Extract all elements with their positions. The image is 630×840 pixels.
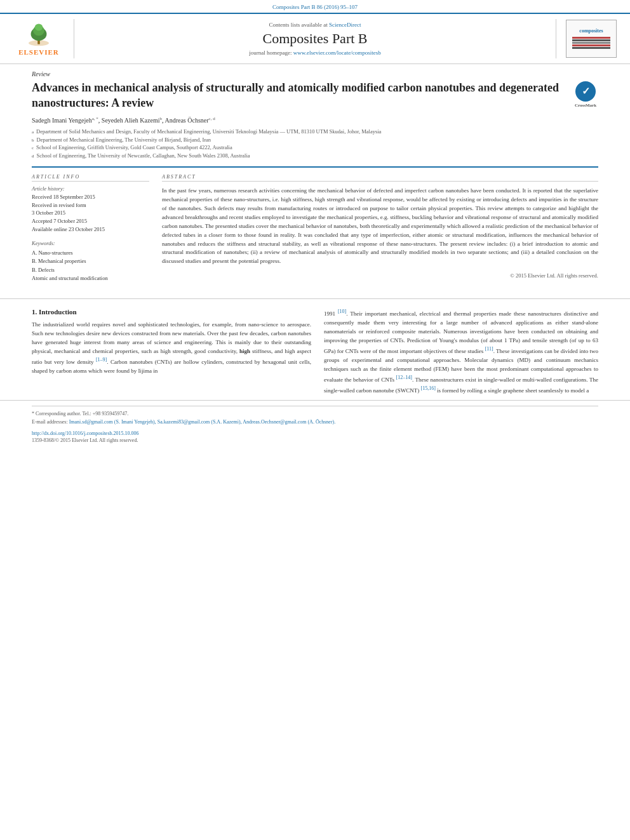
- affiliations: a Department of Solid Mechanics and Desi…: [32, 128, 598, 160]
- keyword-3: B. Defects: [32, 266, 149, 275]
- article-type: Review: [32, 70, 598, 77]
- article-info-panel: ARTICLE INFO Article history: Received 1…: [32, 174, 149, 283]
- introduction-left: 1. Introduction The industrialized world…: [32, 308, 311, 395]
- crossmark-logo: ✓ CrossMark: [573, 81, 598, 109]
- journal-homepage: journal homepage: www.elsevier.com/locat…: [87, 50, 543, 56]
- affiliation-b: b Department of Mechanical Engineering, …: [32, 136, 598, 144]
- banner-center: Contents lists available at ScienceDirec…: [74, 19, 556, 58]
- copyright-footer: 1359-8368/© 2015 Elsevier Ltd. All right…: [32, 437, 598, 443]
- composites-logo-lines: [572, 36, 610, 50]
- ref-11: [11]: [485, 346, 493, 352]
- keyword-2: B. Mechanical properties: [32, 257, 149, 266]
- history-received: Received 18 September 2015: [32, 193, 149, 201]
- elsevier-label: ELSEVIER: [18, 48, 59, 56]
- article-title-container: Advances in mechanical analysis of struc…: [32, 80, 598, 111]
- journal-homepage-link[interactable]: www.elsevier.com/locate/compositesb: [293, 50, 381, 56]
- author-3: Andreas Öchsner: [164, 117, 208, 124]
- affiliation-c: c School of Engineering, Griffith Univer…: [32, 143, 598, 152]
- journal-citation-text: Composites Part B 86 (2016) 95–107: [272, 4, 358, 10]
- abstract-title: ABSTRACT: [162, 174, 598, 182]
- composites-logo: composites: [563, 20, 620, 58]
- keyword-1: A. Nano-structures: [32, 249, 149, 258]
- keywords-section: Keywords: A. Nano-structures B. Mechanic…: [32, 240, 149, 283]
- authors-list: Sadegh Imani Yengejeha, *, Seyedeh Alieh…: [32, 116, 598, 124]
- affiliation-d: d School of Engineering, The University …: [32, 152, 598, 160]
- article-info-title: ARTICLE INFO: [32, 174, 149, 182]
- email-addresses: Imani.sd@gmail.com (S. Imani Yengejeh), …: [69, 419, 336, 425]
- article-info-abstract: ARTICLE INFO Article history: Received 1…: [32, 166, 598, 283]
- ref-15-16: [15,16]: [420, 385, 435, 391]
- abstract-text: In the past few years, numerous research…: [162, 187, 598, 266]
- history-online: Available online 23 October 2015: [32, 225, 149, 234]
- composites-logo-title: composites: [579, 28, 603, 34]
- intro-heading: 1. Introduction: [32, 308, 311, 316]
- corresponding-author: * Corresponding author. Tel.: +98 935945…: [32, 410, 598, 418]
- crossmark-label: CrossMark: [575, 103, 596, 109]
- email-footnote: E-mail addresses: Imani.sd@gmail.com (S.…: [32, 418, 598, 427]
- author-1: Sadegh Imani Yengejeh: [32, 117, 92, 124]
- paper-body: Review Advances in mechanical analysis o…: [0, 64, 630, 290]
- abstract-copyright: © 2015 Elsevier Ltd. All rights reserved…: [162, 272, 598, 279]
- elsevier-logo: ELSEVIER: [10, 22, 67, 56]
- history-revised-label: Received in revised form: [32, 201, 149, 210]
- ref-10: [10]: [338, 309, 346, 314]
- elsevier-tree-icon: [20, 22, 58, 47]
- intro-right-text: 1991 [10]. Their important mechanical, e…: [324, 308, 598, 395]
- sciencedirect-link[interactable]: ScienceDirect: [329, 22, 361, 28]
- article-title-text: Advances in mechanical analysis of struc…: [32, 80, 566, 111]
- author-2-sup: b: [159, 116, 162, 121]
- doi-line: http://dx.doi.org/10.1016/j.compositesb.…: [32, 430, 598, 436]
- history-label: Article history:: [32, 185, 149, 192]
- author-2: Seyedeh Alieh Kazemi: [102, 117, 160, 124]
- abstract-section: ABSTRACT In the past few years, numerous…: [162, 174, 598, 283]
- section-divider: [0, 298, 630, 299]
- history-accepted: Accepted 7 October 2015: [32, 217, 149, 225]
- journal-name: Composites Part B: [87, 30, 543, 47]
- ref-12-14: [12–14]: [396, 375, 412, 380]
- crossmark-circle: ✓: [575, 81, 596, 102]
- affiliation-a: a Department of Solid Mechanics and Desi…: [32, 128, 598, 136]
- composites-logo-box: composites: [566, 20, 617, 58]
- history-section: Article history: Received 18 September 2…: [32, 185, 149, 234]
- journal-citation-bar: Composites Part B 86 (2016) 95–107: [0, 0, 630, 13]
- introduction-section: 1. Introduction The industrialized world…: [0, 308, 630, 395]
- intro-left-text: The industrialized world requires novel …: [32, 321, 311, 376]
- author-1-sup: a, *: [92, 116, 98, 121]
- footnote-area: * Corresponding author. Tel.: +98 935945…: [0, 400, 630, 447]
- journal-banner: ELSEVIER Contents lists available at Sci…: [0, 13, 630, 64]
- keyword-4: Atomic and structural modification: [32, 274, 149, 283]
- high-stiffness-text: high: [239, 348, 250, 354]
- introduction-right: 1991 [10]. Their important mechanical, e…: [324, 308, 598, 395]
- sciencedirect-line: Contents lists available at ScienceDirec…: [87, 22, 543, 28]
- footnote-divider: [32, 406, 598, 406]
- svg-point-4: [35, 24, 43, 31]
- ref-1-9: [1–9]: [96, 357, 107, 363]
- history-revised-date: 3 October 2015: [32, 209, 149, 217]
- author-3-sup: c, d: [209, 116, 215, 121]
- keywords-title: Keywords:: [32, 240, 149, 246]
